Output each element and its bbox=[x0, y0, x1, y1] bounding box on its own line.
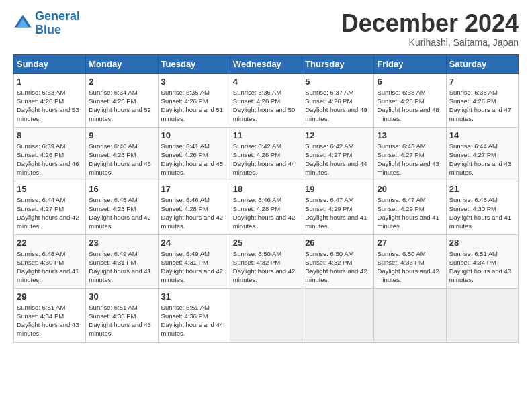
day-number: 12 bbox=[305, 130, 371, 140]
day-number: 13 bbox=[377, 130, 443, 140]
table-row: 29 Sunrise: 6:51 AMSunset: 4:34 PMDaylig… bbox=[14, 288, 519, 342]
list-item: 6 Sunrise: 6:38 AMSunset: 4:26 PMDayligh… bbox=[374, 73, 446, 127]
day-number: 9 bbox=[89, 130, 154, 140]
list-item: 28 Sunrise: 6:51 AMSunset: 4:34 PMDaylig… bbox=[446, 234, 518, 288]
day-number: 22 bbox=[17, 238, 83, 248]
list-item: 19 Sunrise: 6:47 AMSunset: 4:29 PMDaylig… bbox=[302, 181, 374, 234]
list-item: 10 Sunrise: 6:41 AMSunset: 4:26 PMDaylig… bbox=[158, 127, 230, 181]
day-info: Sunrise: 6:46 AMSunset: 4:28 PMDaylight … bbox=[161, 195, 227, 231]
day-number: 30 bbox=[89, 291, 154, 302]
list-item: 15 Sunrise: 6:44 AMSunset: 4:27 PMDaylig… bbox=[14, 181, 86, 234]
day-info: Sunrise: 6:46 AMSunset: 4:28 PMDaylight … bbox=[233, 195, 299, 231]
header-saturday: Saturday bbox=[446, 54, 518, 73]
day-info: Sunrise: 6:47 AMSunset: 4:29 PMDaylight … bbox=[377, 195, 443, 231]
day-info: Sunrise: 6:51 AMSunset: 4:34 PMDaylight … bbox=[17, 303, 83, 338]
day-info: Sunrise: 6:44 AMSunset: 4:27 PMDaylight … bbox=[449, 142, 515, 177]
list-item: 1 Sunrise: 6:33 AMSunset: 4:26 PMDayligh… bbox=[14, 73, 86, 127]
day-info: Sunrise: 6:50 AMSunset: 4:32 PMDaylight … bbox=[233, 249, 299, 285]
logo-icon bbox=[13, 14, 32, 33]
table-row: 15 Sunrise: 6:44 AMSunset: 4:27 PMDaylig… bbox=[14, 181, 519, 234]
day-info: Sunrise: 6:45 AMSunset: 4:28 PMDaylight … bbox=[89, 195, 154, 231]
logo-text: General Blue bbox=[35, 10, 80, 37]
day-info: Sunrise: 6:50 AMSunset: 4:33 PMDaylight … bbox=[377, 249, 443, 285]
list-item: 8 Sunrise: 6:39 AMSunset: 4:26 PMDayligh… bbox=[14, 127, 86, 181]
header-tuesday: Tuesday bbox=[158, 54, 230, 73]
list-item: 7 Sunrise: 6:38 AMSunset: 4:26 PMDayligh… bbox=[446, 73, 518, 127]
list-item: 3 Sunrise: 6:35 AMSunset: 4:26 PMDayligh… bbox=[158, 73, 230, 127]
list-item: 23 Sunrise: 6:49 AMSunset: 4:31 PMDaylig… bbox=[86, 234, 158, 288]
calendar-table: Sunday Monday Tuesday Wednesday Thursday… bbox=[13, 54, 519, 342]
day-info: Sunrise: 6:41 AMSunset: 4:26 PMDaylight … bbox=[161, 142, 227, 177]
list-item: 30 Sunrise: 6:51 AMSunset: 4:35 PMDaylig… bbox=[86, 288, 158, 342]
day-info: Sunrise: 6:37 AMSunset: 4:26 PMDaylight … bbox=[305, 88, 371, 124]
day-number: 10 bbox=[161, 130, 227, 140]
day-number: 3 bbox=[161, 77, 227, 87]
day-info: Sunrise: 6:35 AMSunset: 4:26 PMDaylight … bbox=[161, 88, 227, 124]
list-item: 14 Sunrise: 6:44 AMSunset: 4:27 PMDaylig… bbox=[446, 127, 518, 181]
list-item: 26 Sunrise: 6:50 AMSunset: 4:32 PMDaylig… bbox=[302, 234, 374, 288]
day-info: Sunrise: 6:44 AMSunset: 4:27 PMDaylight … bbox=[17, 195, 83, 231]
empty-cell bbox=[302, 288, 374, 342]
day-number: 23 bbox=[89, 238, 154, 248]
logo-general: General bbox=[35, 9, 80, 23]
list-item: 9 Sunrise: 6:40 AMSunset: 4:26 PMDayligh… bbox=[86, 127, 158, 181]
list-item: 2 Sunrise: 6:34 AMSunset: 4:26 PMDayligh… bbox=[86, 73, 158, 127]
list-item: 25 Sunrise: 6:50 AMSunset: 4:32 PMDaylig… bbox=[230, 234, 302, 288]
title-block: December 2024 Kurihashi, Saitama, Japan bbox=[341, 10, 519, 48]
day-info: Sunrise: 6:34 AMSunset: 4:26 PMDaylight … bbox=[89, 88, 154, 124]
header: General Blue December 2024 Kurihashi, Sa… bbox=[13, 10, 519, 48]
day-number: 19 bbox=[305, 184, 371, 194]
day-number: 5 bbox=[305, 77, 371, 87]
list-item: 17 Sunrise: 6:46 AMSunset: 4:28 PMDaylig… bbox=[158, 181, 230, 234]
table-row: 8 Sunrise: 6:39 AMSunset: 4:26 PMDayligh… bbox=[14, 127, 519, 181]
day-number: 28 bbox=[449, 238, 515, 248]
day-number: 26 bbox=[305, 238, 371, 248]
day-info: Sunrise: 6:39 AMSunset: 4:26 PMDaylight … bbox=[17, 142, 83, 177]
day-info: Sunrise: 6:48 AMSunset: 4:30 PMDaylight … bbox=[17, 249, 83, 285]
empty-cell bbox=[230, 288, 302, 342]
day-info: Sunrise: 6:50 AMSunset: 4:32 PMDaylight … bbox=[305, 249, 371, 285]
day-info: Sunrise: 6:36 AMSunset: 4:26 PMDaylight … bbox=[233, 88, 299, 124]
day-number: 6 bbox=[377, 77, 443, 87]
day-number: 7 bbox=[449, 77, 515, 87]
day-number: 29 bbox=[17, 291, 83, 302]
table-row: 1 Sunrise: 6:33 AMSunset: 4:26 PMDayligh… bbox=[14, 73, 519, 127]
day-number: 21 bbox=[449, 184, 515, 194]
list-item: 27 Sunrise: 6:50 AMSunset: 4:33 PMDaylig… bbox=[374, 234, 446, 288]
header-friday: Friday bbox=[374, 54, 446, 73]
list-item: 16 Sunrise: 6:45 AMSunset: 4:28 PMDaylig… bbox=[86, 181, 158, 234]
day-info: Sunrise: 6:38 AMSunset: 4:26 PMDaylight … bbox=[377, 88, 443, 124]
day-info: Sunrise: 6:40 AMSunset: 4:26 PMDaylight … bbox=[89, 142, 154, 177]
day-number: 2 bbox=[89, 77, 154, 87]
day-number: 14 bbox=[449, 130, 515, 140]
header-sunday: Sunday bbox=[14, 54, 86, 73]
location-subtitle: Kurihashi, Saitama, Japan bbox=[341, 37, 519, 48]
day-number: 18 bbox=[233, 184, 299, 194]
list-item: 24 Sunrise: 6:49 AMSunset: 4:31 PMDaylig… bbox=[158, 234, 230, 288]
list-item: 21 Sunrise: 6:48 AMSunset: 4:30 PMDaylig… bbox=[446, 181, 518, 234]
list-item: 4 Sunrise: 6:36 AMSunset: 4:26 PMDayligh… bbox=[230, 73, 302, 127]
list-item: 31 Sunrise: 6:51 AMSunset: 4:36 PMDaylig… bbox=[158, 288, 230, 342]
page-container: General Blue December 2024 Kurihashi, Sa… bbox=[0, 0, 532, 349]
logo: General Blue bbox=[13, 10, 80, 37]
day-info: Sunrise: 6:51 AMSunset: 4:35 PMDaylight … bbox=[89, 303, 154, 338]
day-number: 8 bbox=[17, 130, 83, 140]
day-info: Sunrise: 6:33 AMSunset: 4:26 PMDaylight … bbox=[17, 88, 83, 124]
day-number: 31 bbox=[161, 291, 227, 302]
day-info: Sunrise: 6:51 AMSunset: 4:36 PMDaylight … bbox=[161, 303, 227, 338]
day-info: Sunrise: 6:42 AMSunset: 4:26 PMDaylight … bbox=[233, 142, 299, 177]
list-item: 13 Sunrise: 6:43 AMSunset: 4:27 PMDaylig… bbox=[374, 127, 446, 181]
day-info: Sunrise: 6:42 AMSunset: 4:27 PMDaylight … bbox=[305, 142, 371, 177]
day-number: 4 bbox=[233, 77, 299, 87]
day-number: 1 bbox=[17, 77, 83, 87]
day-info: Sunrise: 6:48 AMSunset: 4:30 PMDaylight … bbox=[449, 195, 515, 231]
empty-cell bbox=[374, 288, 446, 342]
day-number: 20 bbox=[377, 184, 443, 194]
list-item: 11 Sunrise: 6:42 AMSunset: 4:26 PMDaylig… bbox=[230, 127, 302, 181]
day-info: Sunrise: 6:38 AMSunset: 4:26 PMDaylight … bbox=[449, 88, 515, 124]
day-info: Sunrise: 6:51 AMSunset: 4:34 PMDaylight … bbox=[449, 249, 515, 285]
list-item: 20 Sunrise: 6:47 AMSunset: 4:29 PMDaylig… bbox=[374, 181, 446, 234]
day-info: Sunrise: 6:43 AMSunset: 4:27 PMDaylight … bbox=[377, 142, 443, 177]
day-info: Sunrise: 6:49 AMSunset: 4:31 PMDaylight … bbox=[89, 249, 154, 285]
table-row: 22 Sunrise: 6:48 AMSunset: 4:30 PMDaylig… bbox=[14, 234, 519, 288]
